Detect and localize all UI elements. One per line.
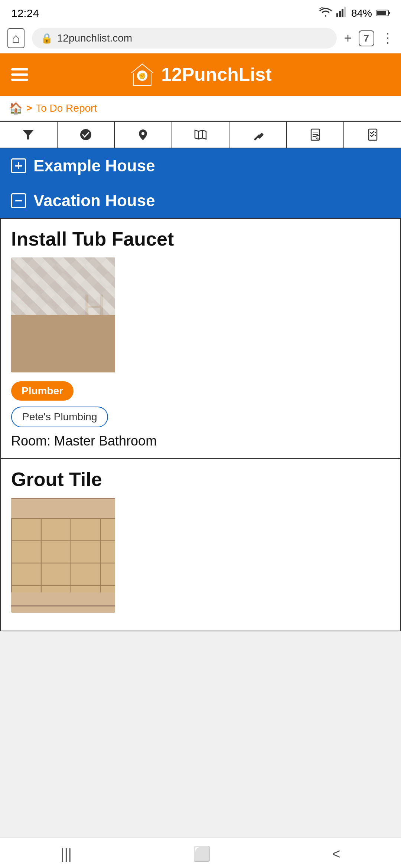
plumber-tag[interactable]: Plumber xyxy=(11,381,74,401)
task-1-trade-tag: Plumber xyxy=(11,381,390,407)
svg-rect-6 xyxy=(377,11,386,15)
status-icons: 84% xyxy=(319,7,390,20)
task-2-title: Grout Tile xyxy=(11,468,390,490)
task-1-title: Install Tub Faucet xyxy=(11,228,390,250)
new-tab-btn[interactable]: + xyxy=(344,30,352,46)
tabs-count-btn[interactable]: 7 xyxy=(359,30,374,46)
filter-btn[interactable] xyxy=(0,122,58,148)
example-house-toggle[interactable]: + xyxy=(11,158,26,173)
browser-actions: + 7 ⋮ xyxy=(344,30,394,46)
logo-area: ✊ 12PunchList xyxy=(129,62,271,88)
property-vacation-house[interactable]: − Vacation House xyxy=(0,183,401,218)
more-menu-btn[interactable]: ⋮ xyxy=(381,30,394,46)
svg-text:i: i xyxy=(317,136,318,139)
svg-marker-13 xyxy=(195,130,206,139)
breadcrumb-page-label[interactable]: To Do Report xyxy=(36,102,97,114)
svg-rect-34 xyxy=(19,339,93,365)
time: 12:24 xyxy=(11,7,39,20)
svg-rect-36 xyxy=(85,295,88,369)
breadcrumb: 🏠 > To Do Report xyxy=(0,96,401,121)
svg-rect-5 xyxy=(388,12,390,14)
svg-rect-41 xyxy=(85,345,103,347)
svg-rect-35 xyxy=(22,343,89,361)
svg-rect-33 xyxy=(11,317,115,372)
svg-point-12 xyxy=(80,129,91,140)
vacation-house-label: Vacation House xyxy=(33,191,155,210)
battery-icon xyxy=(376,7,390,19)
main-content: + Example House − Vacation House Install… xyxy=(0,148,401,668)
status-bar: 12:24 84% xyxy=(0,0,401,23)
bathroom-svg xyxy=(11,257,115,372)
grout-photo xyxy=(11,498,115,613)
svg-rect-1 xyxy=(339,11,341,17)
svg-marker-11 xyxy=(23,130,34,139)
url-text: 12punchlist.com xyxy=(57,32,132,44)
bathroom-photo xyxy=(11,257,115,372)
task-install-tub-faucet: Install Tub Faucet xyxy=(0,218,401,458)
svg-text:✊: ✊ xyxy=(138,72,146,79)
svg-rect-38 xyxy=(85,306,103,308)
example-house-label: Example House xyxy=(33,157,155,175)
checklist-btn[interactable] xyxy=(344,122,401,148)
vacation-house-toggle[interactable]: − xyxy=(11,193,26,208)
svg-rect-30 xyxy=(11,257,115,317)
logo-text: 12PunchList xyxy=(161,64,271,85)
contractor-tag[interactable]: Pete's Plumbing xyxy=(11,407,108,427)
hamburger-menu[interactable] xyxy=(11,68,28,81)
map-btn[interactable] xyxy=(172,122,230,148)
signal-icon xyxy=(336,7,347,20)
url-bar[interactable]: 🔒 12punchlist.com xyxy=(32,28,337,49)
svg-rect-37 xyxy=(100,295,103,369)
svg-rect-46 xyxy=(11,518,115,592)
svg-rect-0 xyxy=(336,13,338,17)
check-circle-btn[interactable] xyxy=(58,122,115,148)
svg-rect-2 xyxy=(342,9,343,17)
svg-rect-40 xyxy=(85,332,103,334)
battery-label: 84% xyxy=(351,7,372,19)
task-grout-tile: Grout Tile xyxy=(0,458,401,631)
report-btn[interactable]: i xyxy=(287,122,345,148)
wifi-icon xyxy=(319,7,332,19)
task-1-image xyxy=(11,257,115,372)
task-1-room: Room: Master Bathroom xyxy=(11,433,390,449)
browser-home-btn[interactable]: ⌂ xyxy=(7,28,25,48)
breadcrumb-home-icon[interactable]: 🏠 xyxy=(9,102,23,115)
task-1-contractor: Pete's Plumbing xyxy=(11,407,390,433)
svg-rect-24 xyxy=(369,129,377,140)
toolbar: i xyxy=(0,121,401,148)
logo-icon: ✊ xyxy=(129,62,155,88)
location-pin-btn[interactable] xyxy=(115,122,172,148)
property-example-house[interactable]: + Example House xyxy=(0,148,401,183)
breadcrumb-separator: > xyxy=(26,102,32,114)
hammer-btn[interactable] xyxy=(229,122,287,148)
svg-rect-39 xyxy=(85,319,103,321)
grout-svg xyxy=(11,498,115,613)
task-2-image xyxy=(11,498,115,613)
svg-rect-27 xyxy=(11,257,115,372)
browser-bar: ⌂ 🔒 12punchlist.com + 7 ⋮ xyxy=(0,23,401,53)
app-header: ✊ 12PunchList xyxy=(0,53,401,96)
lock-icon: 🔒 xyxy=(41,33,53,44)
svg-rect-3 xyxy=(344,7,346,17)
